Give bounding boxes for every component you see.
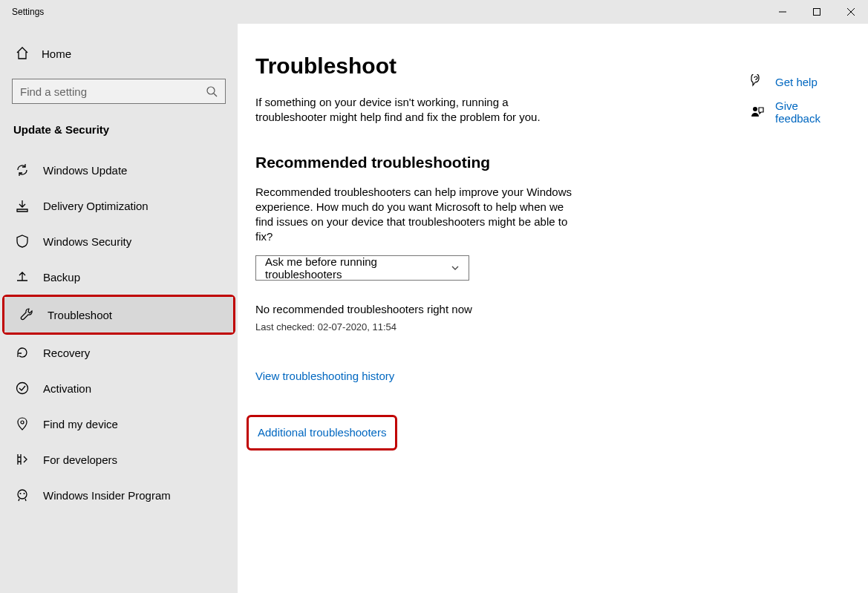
page-title: Troubleshoot <box>255 53 668 79</box>
shield-icon <box>15 234 30 249</box>
sidebar-item-label: Activation <box>43 382 91 395</box>
content-main: Troubleshoot If something on your device… <box>255 53 668 575</box>
svg-point-3 <box>21 421 24 424</box>
help-icon <box>750 74 765 89</box>
wrench-icon <box>19 307 34 322</box>
svg-point-8 <box>753 107 757 111</box>
sidebar-item-label: Windows Security <box>43 235 131 248</box>
sidebar-item-label: Backup <box>43 271 80 284</box>
sidebar-item-label: For developers <box>43 453 117 466</box>
sidebar-item-delivery-optimization[interactable]: Delivery Optimization <box>0 188 238 223</box>
minimize-button[interactable] <box>766 0 800 24</box>
get-help-link: Get help <box>775 76 818 88</box>
troubleshoot-preference-dropdown[interactable]: Ask me before running troubleshooters <box>255 255 469 281</box>
sidebar-item-activation[interactable]: Activation <box>0 370 238 406</box>
page-intro: If something on your device isn't workin… <box>255 95 575 125</box>
svg-point-2 <box>17 383 28 394</box>
sidebar-item-label: Windows Insider Program <box>43 489 171 502</box>
sidebar-item-find-my-device[interactable]: Find my device <box>0 406 238 442</box>
recommended-status: No recommended troubleshooters right now <box>255 303 668 315</box>
sidebar-item-windows-security[interactable]: Windows Security <box>0 223 238 259</box>
give-feedback-link: Give feedback <box>775 99 846 125</box>
sidebar-item-windows-insider[interactable]: Windows Insider Program <box>0 477 238 513</box>
maximize-icon <box>813 8 820 16</box>
backup-icon <box>15 269 30 284</box>
maximize-button[interactable] <box>800 0 834 24</box>
window-titlebar: Settings <box>0 0 868 24</box>
svg-point-1 <box>207 87 215 94</box>
sidebar-item-recovery[interactable]: Recovery <box>0 335 238 370</box>
download-icon <box>15 198 30 213</box>
sidebar-section-title: Update & Security <box>0 119 238 152</box>
sidebar-item-label: Find my device <box>43 418 118 430</box>
sidebar-item-troubleshoot[interactable]: Troubleshoot <box>4 297 233 332</box>
search-input[interactable] <box>20 85 206 98</box>
highlight-troubleshoot: Troubleshoot <box>2 295 235 335</box>
check-circle-icon <box>15 381 30 396</box>
sidebar-item-label: Recovery <box>43 347 90 359</box>
home-label: Home <box>42 47 71 60</box>
chevron-down-icon <box>451 263 460 272</box>
recovery-icon <box>15 345 30 360</box>
last-checked: Last checked: 02-07-2020, 11:54 <box>255 321 668 332</box>
recommended-heading: Recommended troubleshooting <box>255 154 668 171</box>
developer-icon <box>15 452 30 467</box>
give-feedback-row[interactable]: Give feedback <box>750 99 846 125</box>
get-help-row[interactable]: Get help <box>750 74 846 89</box>
svg-point-7 <box>755 81 756 82</box>
recommended-desc: Recommended troubleshooters can help imp… <box>255 185 575 245</box>
sidebar-item-label: Delivery Optimization <box>43 200 149 212</box>
insider-icon <box>15 488 30 502</box>
svg-point-6 <box>24 493 25 494</box>
sidebar: Home Update & Security Windows Update De… <box>0 24 238 593</box>
feedback-icon <box>750 105 765 119</box>
search-field[interactable] <box>12 79 226 104</box>
close-icon <box>847 8 855 16</box>
sidebar-item-label: Windows Update <box>43 164 127 177</box>
svg-point-5 <box>20 493 22 494</box>
content-side: Get help Give feedback <box>750 53 846 575</box>
window-title: Settings <box>0 7 44 17</box>
sidebar-item-windows-update[interactable]: Windows Update <box>0 152 238 188</box>
sync-icon <box>15 163 30 177</box>
dropdown-value: Ask me before running troubleshooters <box>265 255 451 281</box>
view-history-link[interactable]: View troubleshooting history <box>255 370 394 382</box>
sidebar-item-for-developers[interactable]: For developers <box>0 442 238 477</box>
additional-troubleshooters-link[interactable]: Additional troubleshooters <box>258 426 386 439</box>
home-icon <box>15 46 30 61</box>
close-button[interactable] <box>834 0 868 24</box>
sidebar-item-label: Troubleshoot <box>48 309 112 321</box>
content-area: Troubleshoot If something on your device… <box>238 24 868 593</box>
sidebar-item-backup[interactable]: Backup <box>0 259 238 295</box>
minimize-icon <box>779 8 786 16</box>
svg-point-4 <box>18 490 27 499</box>
location-icon <box>15 416 30 431</box>
home-nav[interactable]: Home <box>0 39 238 68</box>
sidebar-nav-list: Windows Update Delivery Optimization Win… <box>0 152 238 513</box>
svg-rect-0 <box>814 9 820 16</box>
highlight-additional-troubleshooters: Additional troubleshooters <box>247 415 397 451</box>
search-icon <box>206 85 218 97</box>
